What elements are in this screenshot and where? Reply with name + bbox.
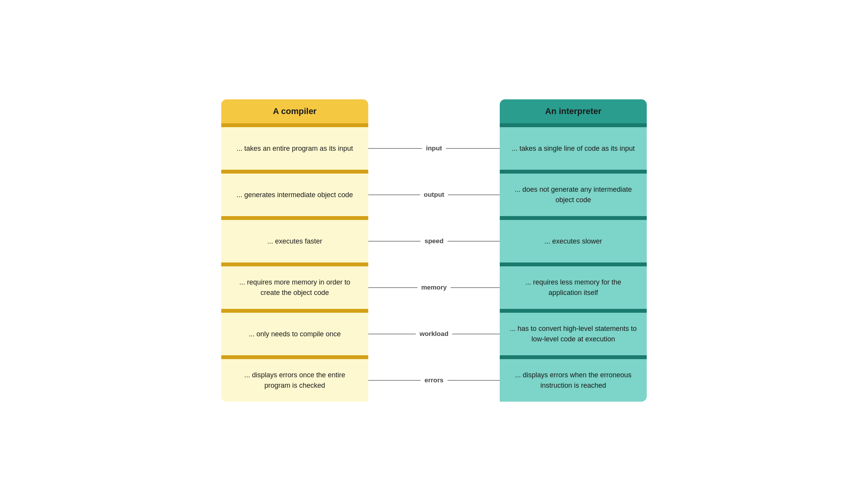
interpreter-memory: ... requires less memory for the applica…	[500, 266, 647, 309]
row-errors: ... displays errors once the entire prog…	[221, 359, 647, 402]
connector-errors: errors	[368, 359, 500, 402]
compiler-input: ... takes an entire program as its input	[221, 127, 368, 170]
interpreter-errors: ... displays errors when the erroneous i…	[500, 359, 647, 402]
divider-right-3	[500, 262, 647, 266]
interpreter-output: ... does not generate any intermediate o…	[500, 174, 647, 216]
row-workload: ... only needs to compile once workload …	[221, 313, 647, 355]
label-input: input	[422, 145, 446, 152]
connector-output: output	[368, 174, 500, 216]
divider-center-1	[368, 170, 500, 174]
line-left-2	[368, 194, 420, 195]
connector-workload: workload	[368, 313, 500, 355]
interpreter-title: An interpreter	[500, 99, 647, 123]
connector-input: input	[368, 127, 500, 170]
divider-right-2	[500, 216, 647, 220]
compiler-errors: ... displays errors once the entire prog…	[221, 359, 368, 402]
divider-center-0	[368, 123, 500, 127]
compiler-output: ... generates intermediate object code	[221, 174, 368, 216]
divider-left-1	[221, 170, 368, 174]
divider-center-3	[368, 262, 500, 266]
diagram: A compiler An interpreter ... takes an e…	[221, 99, 647, 402]
compiler-title: A compiler	[221, 99, 368, 123]
row-input: ... takes an entire program as its input…	[221, 127, 647, 170]
row-output: ... generates intermediate object code o…	[221, 174, 647, 216]
line-left-4	[368, 287, 417, 288]
interpreter-input: ... takes a single line of code as its i…	[500, 127, 647, 170]
divider-center-5	[368, 355, 500, 359]
divider-right-4	[500, 309, 647, 313]
label-speed: speed	[420, 237, 447, 245]
divider-left-4	[221, 309, 368, 313]
divider-center-2	[368, 216, 500, 220]
label-memory: memory	[417, 284, 451, 291]
label-errors: errors	[420, 377, 447, 384]
line-right-2	[448, 194, 500, 195]
connector-memory: memory	[368, 266, 500, 309]
divider-left-5	[221, 355, 368, 359]
connector-speed: speed	[368, 220, 500, 262]
label-workload: workload	[416, 330, 453, 338]
interpreter-speed: ... executes slower	[500, 220, 647, 262]
divider-left-3	[221, 262, 368, 266]
line-left-5	[368, 334, 416, 334]
divider-left-0	[221, 123, 368, 127]
divider-left-2	[221, 216, 368, 220]
interpreter-workload: ... has to convert high-level statements…	[500, 313, 647, 355]
line-right-4	[451, 287, 500, 288]
divider-right-0	[500, 123, 647, 127]
line-right-6	[448, 380, 500, 381]
compiler-workload: ... only needs to compile once	[221, 313, 368, 355]
row-speed: ... executes faster speed ... executes s…	[221, 220, 647, 262]
compiler-speed: ... executes faster	[221, 220, 368, 262]
label-output: output	[420, 191, 448, 199]
divider-right-1	[500, 170, 647, 174]
line-left	[368, 148, 422, 149]
line-left-6	[368, 380, 420, 381]
row-memory: ... requires more memory in order to cre…	[221, 266, 647, 309]
line-right	[446, 148, 500, 149]
line-left-3	[368, 241, 420, 242]
compiler-memory: ... requires more memory in order to cre…	[221, 266, 368, 309]
line-right-5	[452, 334, 500, 334]
divider-right-5	[500, 355, 647, 359]
divider-center-4	[368, 309, 500, 313]
line-right-3	[448, 241, 500, 242]
